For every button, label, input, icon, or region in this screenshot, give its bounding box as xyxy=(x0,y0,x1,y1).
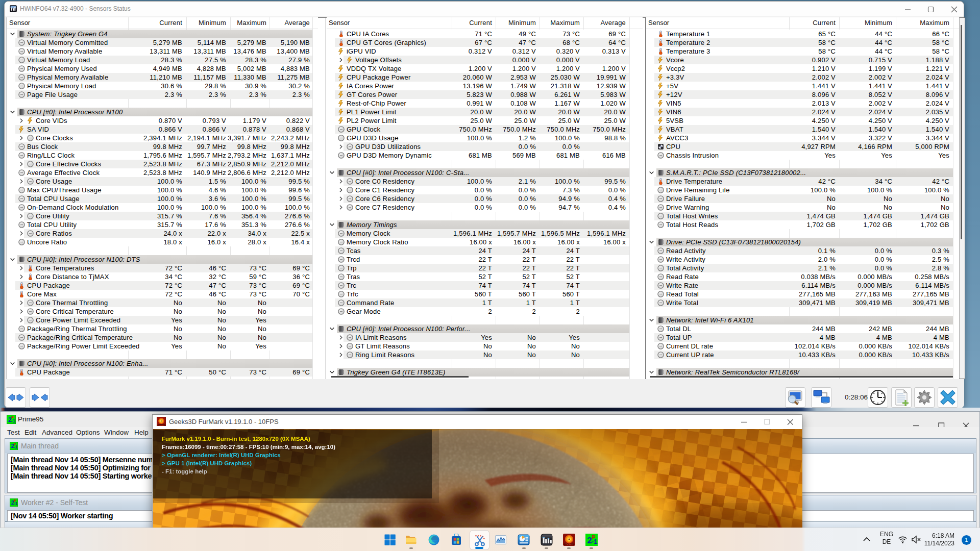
svg-text:-1: -1 xyxy=(14,501,18,506)
svg-text:-1: -1 xyxy=(11,418,16,423)
svg-text:-1: -1 xyxy=(14,444,18,449)
svg-text:-1: -1 xyxy=(591,538,597,545)
svg-text:FurMark: FurMark xyxy=(566,543,572,545)
svg-text:FurMark: FurMark xyxy=(159,424,164,426)
